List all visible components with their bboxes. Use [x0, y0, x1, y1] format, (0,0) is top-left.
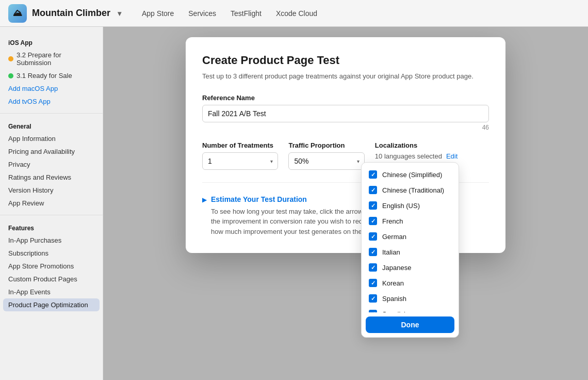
- lang-label-chinese-simplified: Chinese (Simplified): [382, 171, 442, 179]
- app-icon: ⛰: [8, 4, 27, 23]
- traffic-select[interactable]: 50% 25% 75%: [288, 152, 364, 170]
- traffic-label: Traffic Proportion: [288, 141, 364, 149]
- sidebar-item-app-store-promotions[interactable]: App Store Promotions: [0, 260, 103, 273]
- sidebar-item-in-app-events[interactable]: In-App Events: [0, 286, 103, 298]
- done-button[interactable]: Done: [366, 316, 454, 333]
- prepare-label: 3.2 Prepare for Submission: [17, 51, 94, 67]
- sidebar-item-ratings[interactable]: Ratings and Reviews: [0, 171, 103, 184]
- localizations-label: Localizations: [375, 141, 489, 149]
- lang-label-german: German: [382, 233, 406, 241]
- lang-label-spanish: Spanish: [382, 295, 406, 303]
- nav-xcode-cloud[interactable]: Xcode Cloud: [276, 9, 317, 18]
- sidebar-item-version-history[interactable]: Version History: [0, 184, 103, 197]
- sidebar-item-product-page-optimization[interactable]: Product Page Optimization: [3, 298, 100, 311]
- treatments-select-wrap: 1 2 3 ▾: [202, 152, 278, 170]
- sidebar-item-add-tvos[interactable]: Add tvOS App: [0, 95, 103, 108]
- sidebar: iOS App 3.2 Prepare for Submission 3.1 R…: [0, 27, 103, 380]
- lang-chinese-simplified[interactable]: ✓ Chinese (Simplified): [362, 167, 459, 182]
- app-brand[interactable]: ⛰ Mountain Climber ▾: [8, 4, 121, 23]
- modal-overlay: Create Product Page Test Test up to 3 di…: [103, 27, 588, 380]
- checkbox-italian: ✓: [369, 248, 377, 256]
- lang-swedish[interactable]: ✓ Swedish: [362, 306, 459, 312]
- traffic-col: Traffic Proportion 50% 25% 75% ▾: [288, 141, 364, 170]
- sidebar-item-app-info[interactable]: App Information: [0, 132, 103, 145]
- sidebar-divider-2: [0, 215, 103, 215]
- lang-label-italian: Italian: [382, 248, 400, 256]
- lang-label-chinese-traditional: Chinese (Traditional): [382, 186, 444, 194]
- lang-korean[interactable]: ✓ Korean: [362, 275, 459, 291]
- lang-italian[interactable]: ✓ Italian: [362, 244, 459, 260]
- green-badge-icon: [8, 73, 13, 78]
- lang-label-korean: Korean: [382, 279, 404, 287]
- sidebar-divider: [0, 113, 103, 114]
- sidebar-item-in-app-purchases[interactable]: In-App Purchases: [0, 234, 103, 247]
- edit-localizations-button[interactable]: Edit: [446, 152, 458, 160]
- checkbox-chinese-simplified: ✓: [369, 170, 377, 179]
- sidebar-item-prepare[interactable]: 3.2 Prepare for Submission: [0, 49, 103, 69]
- lang-japanese[interactable]: ✓ Japanese: [362, 260, 459, 275]
- general-section-label: General: [0, 119, 103, 132]
- nav-testflight[interactable]: TestFlight: [231, 9, 262, 18]
- ios-section-label: iOS App: [0, 35, 103, 49]
- checkbox-english-us: ✓: [369, 201, 377, 210]
- sidebar-item-add-macos[interactable]: Add macOS App: [0, 82, 103, 95]
- checkbox-french: ✓: [369, 217, 377, 225]
- lang-french[interactable]: ✓ French: [362, 213, 459, 229]
- lang-chinese-traditional[interactable]: ✓ Chinese (Traditional): [362, 182, 459, 198]
- sidebar-item-app-review[interactable]: App Review: [0, 197, 103, 210]
- yellow-badge-icon: [8, 56, 13, 61]
- nav-app-store[interactable]: App Store: [142, 9, 174, 18]
- lang-english-us[interactable]: ✓ English (US): [362, 198, 459, 213]
- reference-name-label: Reference Name: [202, 94, 489, 102]
- modal-description: Test up to 3 different product page trea…: [202, 71, 489, 82]
- dropdown-list: ✓ Chinese (Simplified) ✓ Chinese (Tradit…: [362, 163, 459, 312]
- lang-spanish[interactable]: ✓ Spanish: [362, 291, 459, 306]
- ready-label: 3.1 Ready for Sale: [17, 72, 72, 80]
- checkbox-korean: ✓: [369, 279, 377, 287]
- treatments-col: Number of Treatments 1 2 3 ▾: [202, 141, 278, 170]
- main-layout: iOS App 3.2 Prepare for Submission 3.1 R…: [0, 27, 588, 380]
- features-section-label: Features: [0, 220, 103, 234]
- checkbox-japanese: ✓: [369, 263, 377, 272]
- lang-german[interactable]: ✓ German: [362, 229, 459, 244]
- modal-title: Create Product Page Test: [202, 54, 489, 67]
- sidebar-item-pricing[interactable]: Pricing and Availability: [0, 145, 103, 158]
- estimate-chevron-icon[interactable]: ▶: [202, 196, 207, 203]
- reference-name-input[interactable]: [202, 105, 489, 122]
- localization-row: 10 languages selected Edit: [375, 152, 489, 160]
- nav-services[interactable]: Services: [188, 9, 216, 18]
- lang-label-swedish: Swedish: [382, 310, 407, 313]
- sidebar-item-subscriptions[interactable]: Subscriptions: [0, 247, 103, 260]
- reference-name-counter: 46: [202, 124, 489, 131]
- checkbox-german: ✓: [369, 232, 377, 241]
- checkbox-chinese-traditional: ✓: [369, 186, 377, 194]
- lang-label-french: French: [382, 217, 403, 225]
- localization-dropdown: ✓ Chinese (Simplified) ✓ Chinese (Tradit…: [361, 162, 459, 338]
- checkbox-swedish: ✓: [369, 310, 377, 312]
- localizations-selected-text: 10 languages selected: [375, 152, 442, 160]
- sidebar-item-privacy[interactable]: Privacy: [0, 158, 103, 171]
- sidebar-item-custom-product-pages[interactable]: Custom Product Pages: [0, 273, 103, 286]
- nav-links: App Store Services TestFlight Xcode Clou…: [142, 9, 317, 18]
- main-content: Create Product Page Test Test up to 3 di…: [103, 27, 588, 380]
- app-name: Mountain Climber: [32, 8, 110, 19]
- traffic-select-wrap: 50% 25% 75% ▾: [288, 152, 364, 170]
- checkbox-spanish: ✓: [369, 294, 377, 303]
- top-nav: ⛰ Mountain Climber ▾ App Store Services …: [0, 0, 588, 27]
- sidebar-item-ready[interactable]: 3.1 Ready for Sale: [0, 69, 103, 82]
- brand-chevron-icon: ▾: [118, 9, 121, 18]
- treatments-select[interactable]: 1 2 3: [202, 152, 278, 170]
- treatments-label: Number of Treatments: [202, 141, 278, 149]
- lang-label-english-us: English (US): [382, 202, 420, 210]
- lang-label-japanese: Japanese: [382, 264, 411, 272]
